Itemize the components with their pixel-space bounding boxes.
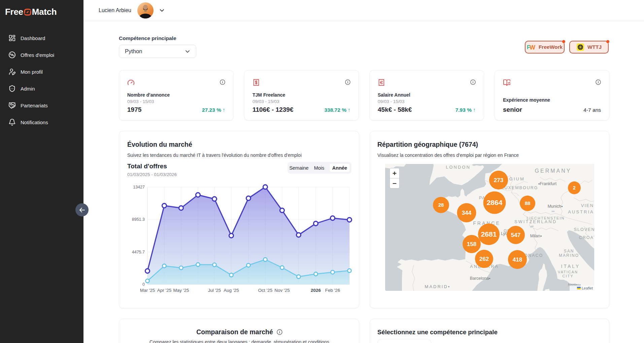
svg-text:158: 158 <box>467 241 476 247</box>
svg-text:SWITZERLAND: SWITZERLAND <box>514 219 557 224</box>
svg-text:2026: 2026 <box>311 288 321 293</box>
svg-text:Mar '25: Mar '25 <box>140 288 155 293</box>
svg-text:CROATIA: CROATIA <box>579 235 594 240</box>
svg-text:Apr '25: Apr '25 <box>157 288 171 293</box>
svg-text:AUSTRIA: AUSTRIA <box>568 209 594 214</box>
svg-text:273: 273 <box>494 177 503 183</box>
svg-text:VIENNA: VIENNA <box>581 203 594 208</box>
svg-text:28: 28 <box>438 202 444 208</box>
svg-text:0: 0 <box>142 282 145 287</box>
svg-text:13427: 13427 <box>133 185 145 190</box>
svg-text:ITALY: ITALY <box>561 264 580 269</box>
svg-text:4475.7: 4475.7 <box>132 250 145 254</box>
svg-text:Aug '25: Aug '25 <box>224 288 239 293</box>
svg-text:Oct '25: Oct '25 <box>258 288 272 293</box>
svg-text:VATICAN: VATICAN <box>558 270 578 274</box>
svg-text:Munich▪: Munich▪ <box>548 204 563 209</box>
svg-text:LUXEMBOURG: LUXEMBOURG <box>502 185 538 190</box>
svg-text:Nov '25: Nov '25 <box>274 288 290 293</box>
svg-text:2: 2 <box>573 185 576 191</box>
svg-text:418: 418 <box>513 256 522 263</box>
svg-text:CITY: CITY <box>562 274 573 278</box>
svg-text:May '25: May '25 <box>173 288 189 293</box>
svg-text:W: W <box>530 44 535 51</box>
svg-text:GERMANY: GERMANY <box>535 168 572 174</box>
svg-text:Feb '26: Feb '26 <box>325 288 340 293</box>
svg-text:2864: 2864 <box>487 199 503 206</box>
svg-text:344: 344 <box>462 210 472 216</box>
svg-text:SAN: SAN <box>564 249 574 253</box>
svg-text:Jul '25: Jul '25 <box>208 288 221 293</box>
svg-text:MADRID▪: MADRID▪ <box>425 284 451 289</box>
svg-text:Milan▪: Milan▪ <box>530 234 542 238</box>
svg-text:262: 262 <box>479 256 489 262</box>
svg-text:2681: 2681 <box>481 230 497 238</box>
svg-text:SLOVENIA: SLOVENIA <box>574 227 594 232</box>
svg-text:MARINO: MARINO <box>559 253 579 258</box>
svg-text:547: 547 <box>511 232 520 238</box>
svg-text:Barcelona▪: Barcelona▪ <box>470 276 490 281</box>
svg-text:88: 88 <box>525 200 531 206</box>
svg-text:▪Frankfurt: ▪Frankfurt <box>538 181 557 186</box>
svg-text:LONDON: LONDON <box>446 165 471 170</box>
svg-text:Leaflet: Leaflet <box>582 286 593 290</box>
svg-text:8951.3: 8951.3 <box>132 217 145 222</box>
